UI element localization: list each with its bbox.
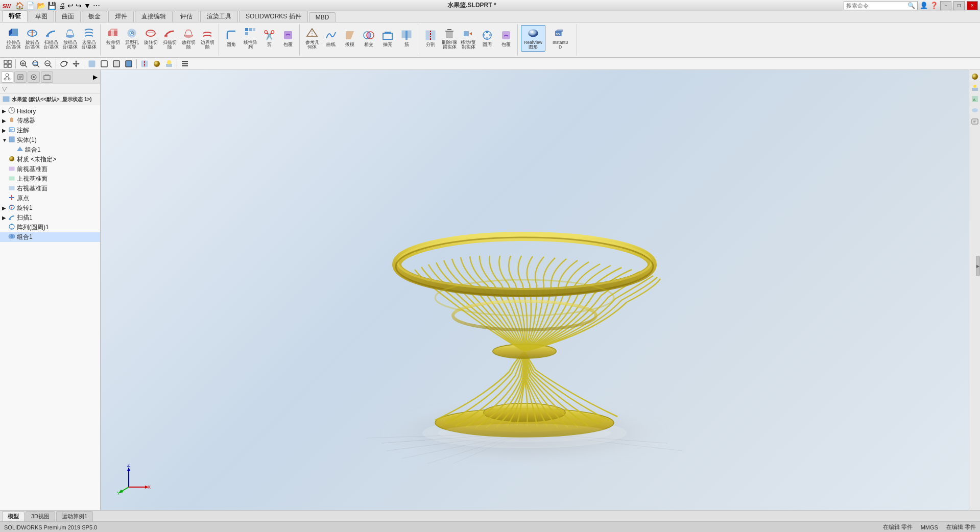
- sweep-boss-button[interactable]: 扫描凸台/基体: [42, 25, 60, 52]
- move-body-button[interactable]: 移动/复制实体: [459, 25, 477, 52]
- tab-sketch[interactable]: 草图: [29, 11, 54, 22]
- quick-access-undo[interactable]: ↩: [67, 2, 74, 10]
- restore-button[interactable]: □: [953, 1, 965, 10]
- search-input[interactable]: [846, 3, 907, 9]
- pan-button[interactable]: [70, 59, 82, 69]
- tab-render[interactable]: 渲染工具: [200, 11, 238, 22]
- feature-tree-title[interactable]: 水果篮 (默认<<默认>_显示状态 1>): [0, 94, 100, 105]
- tree-item-combine1[interactable]: 组合1: [0, 232, 100, 242]
- tab-direct-edit[interactable]: 直接编辑: [135, 11, 173, 22]
- wireframe-button[interactable]: [99, 59, 110, 69]
- expand-sweep1[interactable]: ▶: [2, 215, 8, 221]
- rp-scene-button[interactable]: [970, 83, 979, 92]
- tree-item-history[interactable]: ▶ History: [0, 106, 100, 116]
- extrude-cut-button[interactable]: 拉伸切除: [104, 25, 122, 52]
- expand-annotations[interactable]: ▶: [2, 128, 8, 133]
- linear-pattern-button[interactable]: 线性阵列: [241, 25, 259, 52]
- display-tab[interactable]: [41, 71, 53, 83]
- tree-item-material[interactable]: 材质 <未指定>: [0, 155, 100, 164]
- viewport[interactable]: Z X Y: [101, 70, 969, 510]
- section-view-button[interactable]: [139, 59, 150, 69]
- tree-item-origin[interactable]: 原点: [0, 194, 100, 203]
- tab-plugins[interactable]: SOLIDWORKS 插件: [239, 11, 308, 22]
- tree-item-solid-bodies[interactable]: ▼ 实体(1): [0, 135, 100, 145]
- reference-geom-button[interactable]: 参考几何体: [303, 25, 321, 52]
- loft-cut-button[interactable]: 放样切除: [179, 25, 198, 52]
- boundary-boss-button[interactable]: 边界凸台/基体: [80, 25, 98, 52]
- tab-model[interactable]: 模型: [2, 511, 25, 521]
- tree-item-front-plane[interactable]: 前视基准面: [0, 164, 100, 174]
- property-tab[interactable]: [14, 71, 27, 83]
- realview-button[interactable]: RealView图形: [521, 25, 545, 52]
- wrap2-button[interactable]: 包覆: [497, 25, 515, 52]
- curves-button[interactable]: 曲线: [322, 25, 340, 52]
- config-tab[interactable]: [28, 71, 40, 83]
- tab-evaluate[interactable]: 评估: [174, 11, 199, 22]
- tree-item-revolve1[interactable]: ▶ 旋转1: [0, 203, 100, 213]
- display-options-button[interactable]: [179, 59, 190, 69]
- instant3d-button[interactable]: 3D Instant3D: [546, 25, 575, 52]
- rp-appearance-button[interactable]: [970, 72, 979, 81]
- circular-pattern-button[interactable]: 圆周: [478, 25, 496, 52]
- rib-button[interactable]: 筋: [397, 25, 416, 52]
- expand-history[interactable]: ▶: [2, 108, 8, 114]
- close-button[interactable]: ×: [967, 1, 978, 10]
- shell-button[interactable]: 抽壳: [378, 25, 397, 52]
- rp-realview-button[interactable]: [970, 106, 979, 115]
- tab-surface[interactable]: 曲面: [55, 11, 81, 22]
- boundary-cut-button[interactable]: 边界切除: [198, 25, 217, 52]
- quick-access-redo[interactable]: ↪: [76, 2, 82, 10]
- tree-item-combine1-body[interactable]: 组合1: [0, 145, 100, 155]
- zoom-in-out-button[interactable]: [42, 59, 54, 69]
- hole-wizard-button[interactable]: 异型孔向导: [123, 25, 141, 52]
- shaded-button[interactable]: [123, 59, 134, 69]
- tab-mbd[interactable]: MBD: [309, 12, 336, 22]
- tree-item-sweep1[interactable]: ▶ 扫描1: [0, 213, 100, 223]
- hidden-lines-button[interactable]: [111, 59, 122, 69]
- delete-body-button[interactable]: 删除/保留实体: [440, 25, 459, 52]
- draft-button[interactable]: 拔模: [341, 25, 359, 52]
- quick-access-print[interactable]: 🖨: [58, 2, 65, 10]
- expand-revolve1[interactable]: ▶: [2, 205, 8, 211]
- appearance-button[interactable]: [151, 59, 162, 69]
- help-icon[interactable]: ❓: [930, 2, 938, 9]
- intersect-button[interactable]: 相交: [360, 25, 378, 52]
- expand-solid-bodies[interactable]: ▼: [2, 137, 8, 143]
- quick-access-options[interactable]: ▼: [84, 2, 91, 10]
- quick-access-more[interactable]: ⋯: [93, 2, 100, 10]
- loft-boss-button[interactable]: 放样凸台/基体: [61, 25, 79, 52]
- feature-tree-tab[interactable]: [1, 71, 13, 83]
- tab-motion-study[interactable]: 运动算例1: [56, 511, 93, 521]
- sweep-cut-button[interactable]: 扫描切除: [160, 25, 179, 52]
- tree-item-top-plane[interactable]: 上视基准面: [0, 174, 100, 184]
- tree-item-right-plane[interactable]: 右视基准面: [0, 184, 100, 194]
- minimize-button[interactable]: －: [940, 1, 951, 10]
- display-style-button[interactable]: [86, 59, 98, 69]
- split-button[interactable]: 分割: [421, 25, 440, 52]
- rotate-button[interactable]: [58, 59, 69, 69]
- tab-weldment[interactable]: 焊件: [108, 11, 134, 22]
- revolve-cut-button[interactable]: 旋转切除: [141, 25, 160, 52]
- wrap-button[interactable]: 包覆: [279, 25, 297, 52]
- rp-decals-button[interactable]: A: [970, 94, 979, 104]
- fillet-button[interactable]: 圆角: [222, 25, 241, 52]
- tree-item-annotations[interactable]: ▶ 注解: [0, 126, 100, 135]
- tab-3d-view[interactable]: 3D视图: [26, 511, 55, 521]
- zoom-to-selection-button[interactable]: [30, 59, 41, 69]
- account-icon[interactable]: 👤: [920, 2, 928, 9]
- revolve-boss-button[interactable]: 旋转凸台/基体: [23, 25, 41, 52]
- collapse-handle[interactable]: ▶: [976, 256, 980, 276]
- tree-item-sensors[interactable]: ▶ 传感器: [0, 116, 100, 126]
- quick-access-open[interactable]: 📂: [37, 2, 45, 10]
- quick-access-new[interactable]: 📄: [26, 2, 35, 10]
- panel-expand-button[interactable]: ▶: [91, 71, 99, 83]
- tab-sheetmetal[interactable]: 钣金: [82, 11, 107, 22]
- tab-features[interactable]: 特征: [2, 10, 28, 22]
- quick-access-save[interactable]: 💾: [47, 2, 56, 10]
- extrude-boss-button[interactable]: 拉伸凸台/基体: [4, 25, 22, 52]
- expand-sensors[interactable]: ▶: [2, 118, 8, 124]
- quick-access-home[interactable]: 🏠: [15, 2, 24, 10]
- rp-properties-button[interactable]: [970, 117, 979, 126]
- zoom-to-fit-button[interactable]: [18, 59, 29, 69]
- standard-views-button[interactable]: [2, 59, 13, 69]
